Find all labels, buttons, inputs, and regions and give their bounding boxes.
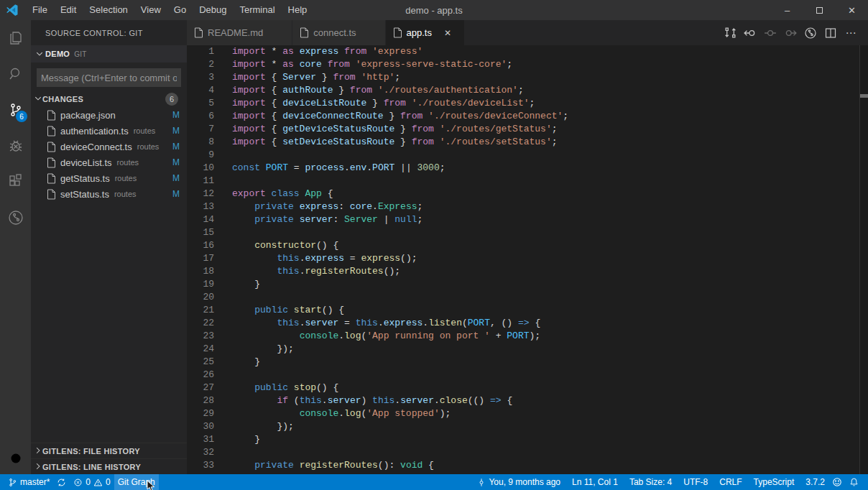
- code-line: 13 private express: core.Express;: [187, 200, 868, 213]
- editor-actions: ⋯: [720, 20, 868, 45]
- line-number: 30: [187, 420, 214, 433]
- next-change-button[interactable]: [780, 20, 800, 45]
- gitlens-blame-annotation[interactable]: You, 9 months ago: [474, 474, 564, 490]
- indentation-setting[interactable]: Tab Size: 4: [626, 474, 675, 490]
- changed-file-deviceList.ts[interactable]: deviceList.tsroutesM: [31, 154, 187, 170]
- tab-connect.ts[interactable]: connect.ts✕: [292, 20, 385, 45]
- activity-search[interactable]: [0, 56, 31, 92]
- gitlens-button[interactable]: [800, 20, 821, 45]
- close-tab-icon[interactable]: ✕: [442, 28, 453, 38]
- commit-info: You, 9 months ago: [489, 477, 560, 487]
- activity-debug[interactable]: [0, 128, 31, 164]
- gitlens-line-history-section[interactable]: GITLENS: LINE HISTORY: [31, 458, 187, 474]
- sidebar-source-control: SOURCE CONTROL: GIT DEMO GIT CHANGES 6 p…: [31, 20, 187, 474]
- activity-source-control[interactable]: 6: [0, 92, 31, 128]
- code-line: 6import { deviceConnectRoute } from './r…: [187, 110, 868, 123]
- branch-name: master*: [20, 477, 50, 487]
- settings-gear-button[interactable]: [0, 443, 31, 474]
- previous-change-button[interactable]: [740, 20, 760, 45]
- code-lines: 1import * as express from 'express'2impo…: [187, 45, 868, 472]
- menu-view[interactable]: View: [134, 0, 167, 20]
- code-line: 8import { setDeviceStatusRoute } from '.…: [187, 136, 868, 149]
- file-folder: routes: [117, 158, 139, 167]
- line-number: 12: [187, 188, 214, 200]
- vscode-logo-icon: [6, 4, 19, 17]
- eol-setting[interactable]: CRLF: [716, 474, 745, 490]
- menu-terminal[interactable]: Terminal: [233, 0, 281, 20]
- git-status-badge: M: [172, 126, 180, 136]
- cursor-position[interactable]: Ln 11, Col 1: [568, 474, 622, 490]
- open-changes-button[interactable]: [760, 20, 780, 45]
- line-number: 21: [187, 304, 214, 317]
- code-editor[interactable]: 1import * as express from 'express'2impo…: [187, 45, 868, 474]
- changed-file-package.json[interactable]: package.jsonM: [31, 107, 187, 123]
- split-editor-button[interactable]: [821, 20, 841, 45]
- vscode-window: FileEditSelectionViewGoDebugTerminalHelp…: [0, 0, 868, 490]
- menu-file[interactable]: File: [26, 0, 54, 20]
- minimize-button[interactable]: –: [771, 0, 803, 20]
- sidebar-title: SOURCE CONTROL: GIT: [31, 20, 187, 45]
- gitlens-file-history-section[interactable]: GITLENS: FILE HISTORY: [31, 443, 187, 458]
- code-line: 21 public start() {: [187, 304, 868, 317]
- sync-button[interactable]: [53, 474, 70, 490]
- feedback-button[interactable]: [828, 474, 846, 490]
- gitlens-file-history-label: GITLENS: FILE HISTORY: [42, 447, 140, 456]
- activity-explorer[interactable]: [0, 20, 31, 56]
- repo-section-header[interactable]: DEMO GIT: [31, 45, 187, 63]
- code-line: 9: [187, 149, 868, 162]
- activity-extensions[interactable]: [0, 164, 31, 200]
- typescript-version[interactable]: 3.7.2: [802, 474, 828, 490]
- menu-go[interactable]: Go: [167, 0, 193, 20]
- changed-file-setStatus.ts[interactable]: setStatus.tsroutesM: [31, 186, 187, 202]
- line-number: 4: [187, 84, 214, 97]
- line-number: 14: [187, 213, 214, 226]
- code-line: 20: [187, 291, 868, 304]
- changed-file-authentication.ts[interactable]: authentication.tsroutesM: [31, 123, 187, 139]
- file-icon: [300, 27, 309, 38]
- tab-app.ts[interactable]: app.ts✕: [386, 20, 465, 45]
- close-button[interactable]: ✕: [836, 0, 868, 20]
- changed-file-deviceConnect.ts[interactable]: deviceConnect.tsroutesM: [31, 139, 187, 154]
- line-number: 24: [187, 343, 214, 356]
- activity-bar: 6: [0, 20, 31, 474]
- chevron-down-icon: [34, 48, 45, 60]
- branch-indicator[interactable]: master*: [4, 474, 53, 490]
- menu-selection[interactable]: Selection: [83, 0, 134, 20]
- file-folder: routes: [115, 174, 137, 182]
- menu-help[interactable]: Help: [282, 0, 314, 20]
- problems-indicator[interactable]: 0 0: [70, 474, 114, 490]
- line-number: 25: [187, 356, 214, 369]
- menu-debug[interactable]: Debug: [193, 0, 233, 20]
- language-mode[interactable]: TypeScript: [750, 474, 798, 490]
- code-line: 3import { Server } from 'http';: [187, 71, 868, 84]
- gitlens-circle-icon: [804, 27, 817, 40]
- menu-edit[interactable]: Edit: [54, 0, 83, 20]
- git-status-badge: M: [172, 157, 180, 167]
- gitlens-compare-button[interactable]: [720, 20, 740, 45]
- line-number: 8: [187, 136, 214, 149]
- file-name: authentication.ts: [60, 126, 129, 137]
- more-actions-button[interactable]: ⋯: [841, 20, 861, 45]
- file-name: setStatus.ts: [60, 189, 109, 200]
- changes-section-header[interactable]: CHANGES 6: [31, 91, 187, 107]
- code-line: 15: [187, 226, 868, 239]
- notifications-button[interactable]: [846, 474, 862, 490]
- maximize-button[interactable]: [803, 0, 836, 20]
- line-number: 22: [187, 317, 214, 330]
- activity-gitlens[interactable]: [0, 200, 31, 236]
- line-number: 18: [187, 265, 214, 278]
- scrollbar[interactable]: [859, 45, 868, 474]
- file-name: deviceConnect.ts: [60, 142, 132, 152]
- code-line: 30 });: [187, 420, 868, 433]
- file-icon: [47, 173, 56, 184]
- file-icon: [47, 189, 56, 200]
- status-bar: master* 0 0 Git Graph: [0, 474, 868, 490]
- gear-icon: [7, 450, 24, 467]
- commit-message-input[interactable]: [37, 68, 181, 87]
- tab-README.md[interactable]: README.md✕: [187, 20, 292, 45]
- file-folder: routes: [134, 126, 156, 135]
- line-number: 19: [187, 278, 214, 291]
- encoding-setting[interactable]: UTF-8: [680, 474, 711, 490]
- repo-type-label: GIT: [74, 50, 87, 58]
- changed-file-getStatus.ts[interactable]: getStatus.tsroutesM: [31, 170, 187, 186]
